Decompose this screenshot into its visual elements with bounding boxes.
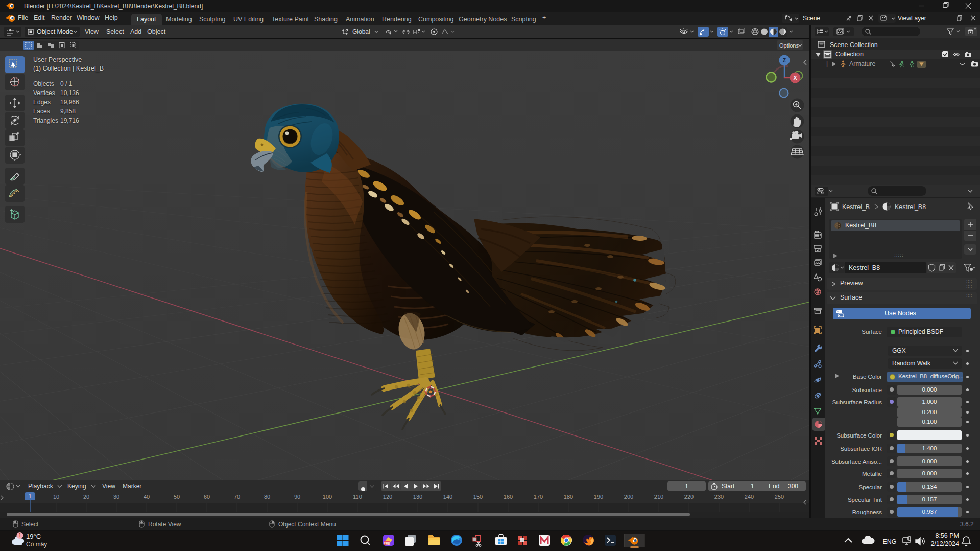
svg-text:80: 80 [264,494,270,500]
svg-text:PRE: PRE [384,542,391,545]
svg-text:Z: Z [783,57,786,63]
svg-text:230: 230 [714,494,724,500]
svg-text:160: 160 [504,494,513,500]
svg-text:140: 140 [443,494,452,500]
svg-text:40: 40 [144,494,150,500]
svg-text:200: 200 [624,494,633,500]
svg-text:190: 190 [594,494,603,500]
svg-text:30: 30 [113,494,119,500]
svg-text:1: 1 [28,493,31,499]
svg-text:250: 250 [775,494,784,500]
svg-text:120: 120 [383,494,392,500]
svg-text:1: 1 [18,533,21,538]
svg-text:210: 210 [654,494,663,500]
svg-text:60: 60 [204,494,210,500]
svg-text:90: 90 [294,494,300,500]
svg-text:10: 10 [53,494,59,500]
svg-text:170: 170 [534,494,543,500]
svg-text:220: 220 [684,494,694,500]
svg-text:110: 110 [353,494,362,500]
svg-text:ENG: ENG [882,538,896,545]
svg-text:130: 130 [413,494,422,500]
svg-text:70: 70 [234,494,240,500]
svg-text:240: 240 [745,494,754,500]
svg-text:100: 100 [323,494,332,500]
svg-text:180: 180 [564,494,573,500]
svg-text:X: X [793,75,797,81]
svg-text:50: 50 [174,494,180,500]
svg-text:20: 20 [83,494,89,500]
svg-text:150: 150 [473,494,483,500]
